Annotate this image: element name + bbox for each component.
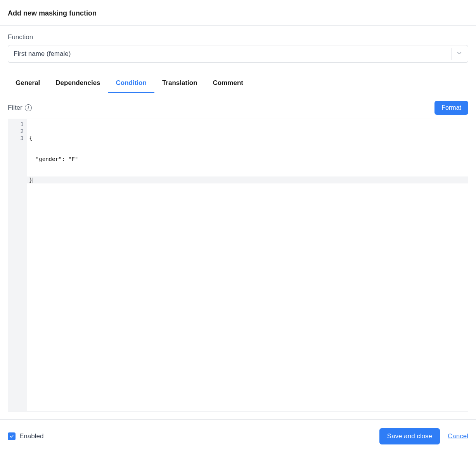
dialog-footer: Enabled Save and close Cancel [0,419,476,453]
line-number: 1 [13,121,24,128]
filter-label: Filter [8,104,23,112]
cursor-caret [33,178,33,183]
enabled-checkbox-group: Enabled [8,432,43,440]
code-line: } [27,176,468,183]
format-button[interactable]: Format [434,101,468,115]
select-divider [452,48,452,60]
dialog-title: Add new masking function [8,9,468,17]
filter-row: Filter i Format [8,101,468,115]
dialog-header: Add new masking function [0,0,476,26]
code-editor[interactable]: 1 2 3 { "gender": "F" } [8,119,468,412]
dialog: Add new masking function Function First … [0,0,476,453]
tab-translation[interactable]: Translation [154,74,205,93]
enabled-checkbox[interactable] [8,432,16,440]
editor-gutter: 1 2 3 [8,119,27,411]
info-icon[interactable]: i [25,104,32,111]
save-button[interactable]: Save and close [379,428,440,444]
tab-comment[interactable]: Comment [205,74,251,93]
dialog-body: Function First name (female) General Dep… [0,26,476,419]
tab-condition[interactable]: Condition [108,74,154,93]
tabs: General Dependencies Condition Translati… [8,74,468,93]
function-select-value: First name (female) [14,50,71,58]
code-line: { [29,135,466,142]
function-select-wrapper: First name (female) [8,45,468,63]
filter-label-group: Filter i [8,104,32,112]
line-number: 2 [13,128,24,135]
line-number: 3 [13,135,24,142]
cancel-link[interactable]: Cancel [448,432,468,440]
footer-actions: Save and close Cancel [379,428,468,444]
function-select[interactable]: First name (female) [8,45,468,63]
enabled-label: Enabled [19,432,43,440]
function-label: Function [8,33,468,41]
editor-content[interactable]: { "gender": "F" } [27,119,468,411]
code-line: "gender": "F" [29,156,466,163]
tab-dependencies[interactable]: Dependencies [48,74,108,93]
tab-general[interactable]: General [8,74,48,93]
